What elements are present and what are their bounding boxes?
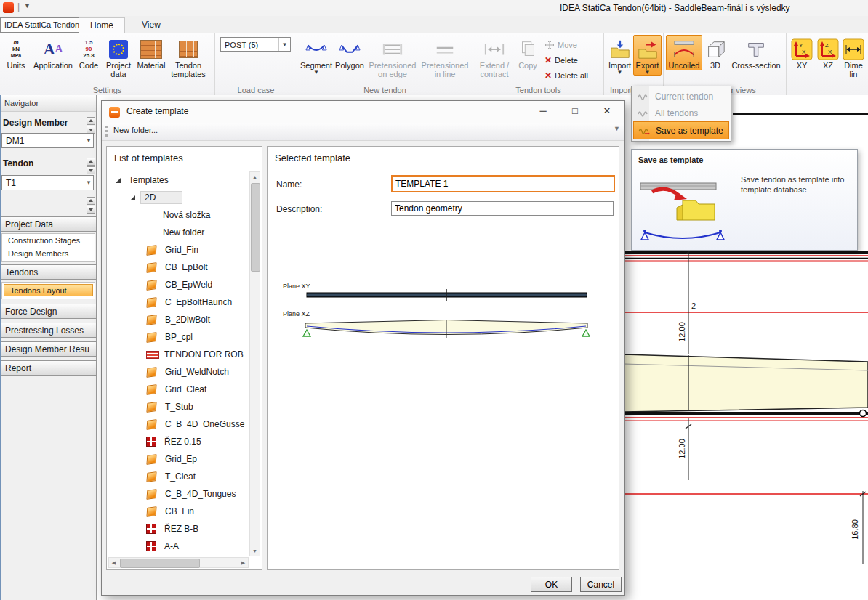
scroll-down-icon[interactable]: ▼ [250,546,260,556]
segment-dropdown-icon[interactable]: ▼ [313,70,319,75]
tree-item[interactable]: B_2DlwBolt [108,311,249,328]
xy-view-button[interactable]: YX XY [789,35,815,70]
tree-item[interactable]: CB_EpBolt [108,259,249,276]
nav-report[interactable]: Report [0,360,97,376]
xz-view-button[interactable]: ZX XZ [815,35,841,70]
template-description-input[interactable] [391,201,614,216]
tendon-templates-button[interactable]: Tendon templates [166,35,210,79]
tree-item[interactable]: C_B_4D_Tongues [108,485,249,503]
stepper-down-icon[interactable] [87,206,95,214]
ribbon-tab-bar: IDEA StatiCa Tendon Home View [0,16,868,33]
stepper-down-icon[interactable] [87,166,95,174]
tree-item[interactable]: CB_Fin [108,503,249,520]
chevron-down-icon[interactable]: ▼ [86,176,92,190]
uncoiled-icon [672,37,696,61]
template-name-input[interactable] [391,175,615,192]
cross-section-button[interactable]: Cross-section [728,35,784,70]
menu-item-save-as-template[interactable]: Save as template [633,121,729,139]
tree-node-templates[interactable]: Templates [108,171,249,189]
tree-item[interactable]: Grid_Cleat [108,381,249,398]
tab-view[interactable]: View [131,17,172,33]
expander-icon[interactable] [116,178,121,183]
node-marker[interactable] [860,410,867,417]
extra-stepper[interactable] [87,197,95,214]
vertical-scrollbar[interactable]: ▲ ▼ [249,171,260,556]
units-button[interactable]: mkNMPa Units [2,35,30,70]
pretensioned-on-edge-icon [381,37,404,61]
horizontal-scrollbar-thumb[interactable] [120,559,200,568]
export-dropdown-icon[interactable]: ▼ [645,70,651,75]
load-case-select[interactable]: POST (5) ▼ [220,37,291,52]
xz-view-icon: ZX [817,37,839,61]
expander-icon[interactable] [130,195,135,200]
tree-item[interactable]: C_B_4D_OneGusse [108,415,249,433]
project-data-button[interactable]: Project data [101,35,136,79]
tree-item[interactable]: New folder [108,224,249,241]
minimize-button[interactable]: ─ [527,101,559,121]
tree-node-2d[interactable]: 2D [108,189,249,206]
delete-all-button[interactable]: ✕ Delete all [542,68,588,83]
application-button[interactable]: AA Application [30,35,76,70]
qat-dropdown-icon[interactable]: ▼ [24,2,31,9]
template-item-icon [146,280,156,291]
app-menu-button[interactable]: IDEA StatiCa Tendon [0,17,84,33]
design-member-select[interactable]: DM1 ▼ [1,133,94,148]
nav-prestressing-losses[interactable]: Prestressing Losses [0,323,97,338]
tree-item[interactable]: CB_EpWeld [108,276,249,293]
polygon-button[interactable]: Polygon [333,35,366,70]
stepper-up-icon[interactable] [87,117,95,125]
tree-item[interactable]: Grid_WeldNotch [108,363,249,381]
tab-home[interactable]: Home [79,17,125,33]
nav-tendons[interactable]: Tendons [0,264,97,280]
uncoiled-button[interactable]: Uncoiled [666,35,702,70]
3d-button[interactable]: 3D [702,35,728,70]
tree-item[interactable]: BP_cpl [108,328,249,346]
copy-button: Copy [513,35,542,70]
nav-construction-stages[interactable]: Construction Stages [2,234,95,247]
pretensioned-on-edge-button: Pretensioned on edge [366,35,419,79]
stepper-up-icon[interactable] [87,197,95,205]
import-button[interactable]: Import ▼ [606,35,633,76]
tree-item[interactable]: ŘEZ 0.15 [108,433,249,450]
tree-item[interactable]: Grid_Fin [108,241,249,259]
dialog-titlebar[interactable]: Create template ─ □ ✕ [102,101,624,123]
chevron-down-icon[interactable]: ▼ [86,134,92,148]
tree-item[interactable]: T_Stub [108,398,249,415]
cancel-button[interactable]: Cancel [580,577,622,592]
tree-item[interactable]: T_Cleat [108,468,249,485]
chevron-down-icon[interactable]: ▼ [278,38,290,51]
delete-button[interactable]: ✕ Delete [542,52,588,68]
nav-design-members[interactable]: Design Members [2,247,95,260]
nav-tendons-layout[interactable]: Tendons Layout [4,284,93,296]
segment-button[interactable]: Segment ▼ [300,35,333,76]
design-member-value: DM1 [6,136,24,146]
new-folder-button[interactable]: New folder... [113,126,158,134]
maximize-button[interactable]: □ [559,101,591,121]
export-button[interactable]: Export ▼ [633,35,662,76]
scroll-right-icon[interactable]: ▶ [238,558,248,567]
tree-item[interactable]: ŘEZ B-B [108,520,249,538]
scroll-left-icon[interactable]: ◀ [109,558,118,567]
close-button[interactable]: ✕ [591,101,623,121]
stepper-up-icon[interactable] [87,158,95,166]
horizontal-scrollbar[interactable]: ◀ ▶ [108,557,249,568]
vertical-scrollbar-thumb[interactable] [251,183,260,272]
nav-force-design[interactable]: Force Design [0,304,97,319]
design-member-stepper[interactable] [87,117,95,134]
tree-item[interactable]: Nová složka [108,206,249,224]
tree-item[interactable]: TENDON FOR ROB [108,346,249,363]
tree-item[interactable]: C_EpBoltHaunch [108,293,249,311]
material-button[interactable]: Material [136,35,166,70]
toolbar-overflow-icon[interactable]: ▼ [614,125,620,132]
nav-project-data[interactable]: Project Data [0,216,97,232]
tendon-stepper[interactable] [87,158,95,175]
nav-design-member-results[interactable]: Design Member Resu [0,341,97,357]
dimension-lines-button[interactable]: Dimelin [841,35,866,79]
tree-item[interactable]: A-A [108,538,249,555]
tree-item[interactable]: Grid_Ep [108,450,249,468]
tendon-select[interactable]: T1 ▼ [1,175,94,190]
code-button[interactable]: 1.59025.8 Code [76,35,101,70]
import-dropdown-icon[interactable]: ▼ [617,70,623,75]
scroll-up-icon[interactable]: ▲ [250,172,260,182]
ok-button[interactable]: OK [531,577,572,592]
